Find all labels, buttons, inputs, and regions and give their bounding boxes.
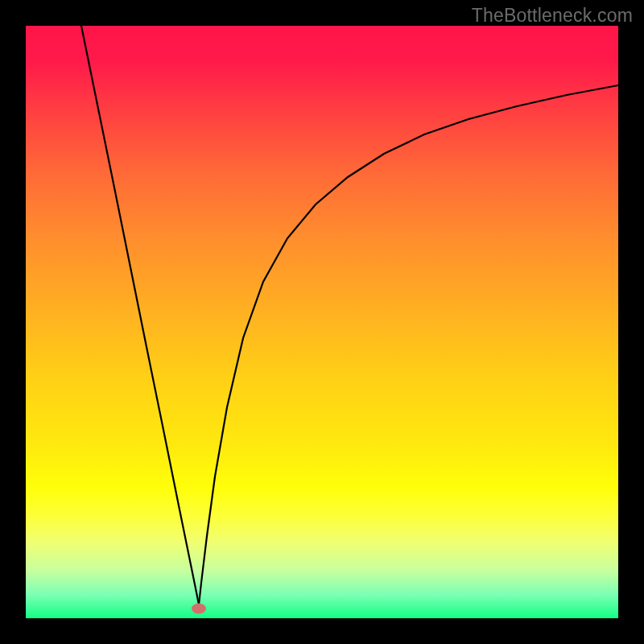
bottleneck-marker — [192, 604, 206, 614]
watermark-text: TheBottleneck.com — [472, 5, 633, 27]
plot-area — [26, 26, 618, 618]
chart-curve — [26, 26, 618, 618]
